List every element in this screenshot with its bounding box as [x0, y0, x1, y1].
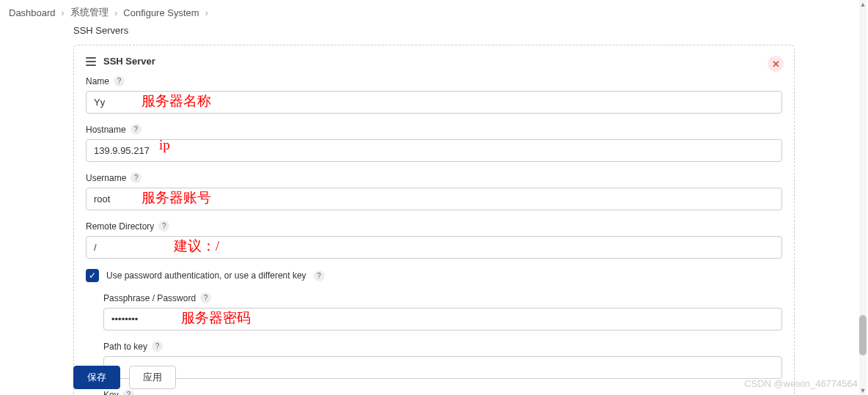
apply-button[interactable]: 应用 [129, 366, 176, 389]
help-icon[interactable]: ? [314, 270, 325, 281]
passphrase-input[interactable] [103, 308, 782, 331]
hostname-label: Hostname [86, 125, 126, 135]
help-icon[interactable]: ? [130, 124, 141, 135]
scroll-up-icon[interactable]: ▲ [859, 0, 867, 9]
use-password-checkbox[interactable]: ✓ [86, 269, 99, 282]
key-label: Key [103, 390, 119, 396]
help-icon[interactable]: ? [123, 389, 134, 395]
scrollbar[interactable]: ▲ ▼ [859, 0, 867, 395]
breadcrumb-sep: › [114, 7, 117, 18]
username-input[interactable] [86, 188, 782, 210]
help-icon[interactable]: ? [152, 341, 163, 352]
use-password-label: Use password authentication, or use a di… [106, 270, 306, 281]
watermark: CSDN @weixin_46774564 [744, 378, 858, 389]
help-icon[interactable]: ? [130, 172, 141, 183]
breadcrumb-sep: › [62, 7, 65, 18]
remote-directory-label: Remote Directory [86, 221, 154, 232]
help-icon[interactable]: ? [114, 75, 125, 86]
breadcrumb-item[interactable]: Dashboard [9, 7, 56, 18]
breadcrumb-item[interactable]: 系统管理 [70, 6, 108, 19]
breadcrumb: Dashboard › 系统管理 › Configure System › [0, 0, 868, 25]
help-icon[interactable]: ? [200, 292, 211, 303]
path-to-key-input[interactable] [103, 356, 782, 379]
save-button[interactable]: 保存 [73, 366, 120, 389]
breadcrumb-sep: › [205, 7, 208, 18]
breadcrumb-item[interactable]: Configure System [123, 7, 199, 18]
help-icon[interactable]: ? [158, 221, 169, 232]
passphrase-label: Passphrase / Password [103, 293, 196, 303]
scroll-thumb[interactable] [859, 315, 867, 355]
section-title: SSH Servers [73, 25, 795, 36]
path-to-key-label: Path to key [103, 342, 147, 352]
username-label: Username [86, 173, 126, 183]
ssh-server-card: SSH Server ✕ Name ? 服务器名称 Hostname ? ip [73, 45, 795, 395]
drag-handle-icon[interactable] [86, 57, 96, 66]
hostname-input[interactable] [86, 139, 782, 162]
close-button[interactable]: ✕ [768, 56, 784, 72]
card-title: SSH Server [103, 56, 155, 67]
name-label: Name [86, 76, 109, 86]
remote-directory-input[interactable] [86, 236, 782, 259]
scroll-down-icon[interactable]: ▼ [859, 386, 867, 395]
name-input[interactable] [86, 91, 782, 114]
